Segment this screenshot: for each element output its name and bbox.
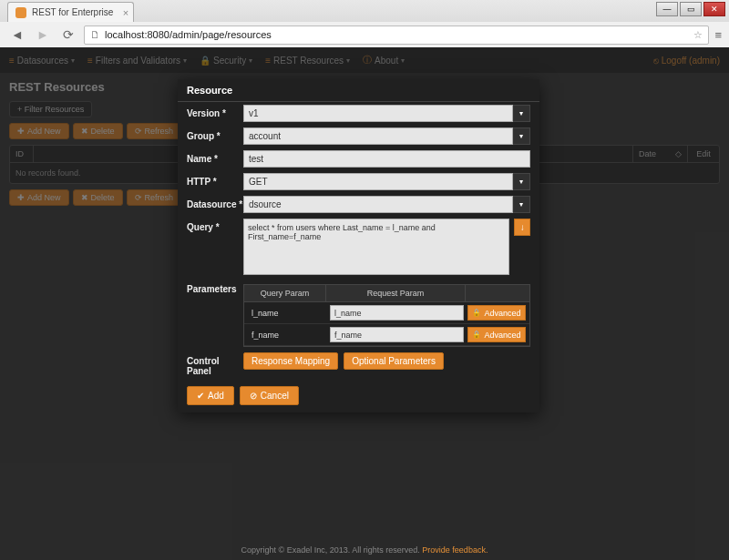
chrome-menu-icon[interactable]: ≡	[714, 28, 722, 42]
parameters-label: Parameters	[187, 280, 243, 294]
dropdown-icon[interactable]: ▾	[513, 127, 530, 145]
cancel-button[interactable]: ⊘Cancel	[240, 386, 299, 405]
forward-icon[interactable]: ►	[33, 25, 53, 45]
datasource-label: Datasource *	[187, 196, 243, 209]
page-footer: Copyright © Exadel Inc, 2013. All rights…	[0, 540, 729, 560]
dropdown-icon[interactable]: ▾	[513, 173, 530, 190]
btn-label: Advanced	[484, 309, 520, 318]
group-label: Group *	[187, 127, 243, 141]
window-minimize-button[interactable]: —	[656, 2, 678, 16]
reload-icon[interactable]: ⟳	[58, 25, 78, 45]
param-row: l_name 🔒Advanced	[244, 302, 529, 324]
address-bar[interactable]: 🗋 localhost:8080/admin/page/resources ☆	[84, 25, 709, 45]
btn-label: Advanced	[484, 331, 520, 340]
param-request-input[interactable]	[330, 305, 464, 321]
feedback-link[interactable]: Provide feedback.	[422, 545, 488, 555]
col-actions	[466, 285, 529, 301]
arrow-down-icon: ↓	[520, 222, 525, 232]
col-query-param: Query Param	[244, 285, 326, 301]
resource-modal: Resource Version * ▾ Group * ▾ Name * HT…	[178, 79, 539, 412]
response-mapping-button[interactable]: Response Mapping	[243, 352, 338, 370]
param-query-name: f_name	[248, 331, 326, 340]
url-text: localhost:8080/admin/page/resources	[105, 29, 272, 40]
btn-label: Add	[208, 391, 224, 401]
ban-icon: ⊘	[250, 391, 257, 401]
name-label: Name *	[187, 150, 243, 164]
window-close-button[interactable]: ✕	[703, 2, 725, 16]
tab-close-icon[interactable]: ×	[123, 7, 128, 18]
name-input[interactable]	[243, 150, 530, 168]
back-icon[interactable]: ◄	[7, 25, 27, 45]
dropdown-icon[interactable]: ▾	[513, 105, 530, 122]
http-label: HTTP *	[187, 173, 243, 187]
add-button[interactable]: ✔Add	[187, 386, 234, 405]
version-select[interactable]	[243, 105, 513, 122]
version-label: Version *	[187, 105, 243, 118]
query-textarea[interactable]	[243, 219, 509, 275]
param-row: f_name 🔒Advanced	[244, 324, 529, 346]
advanced-button[interactable]: 🔒Advanced	[467, 327, 526, 342]
tab-title: REST for Enterprise	[32, 7, 113, 17]
lock-icon: 🔒	[472, 309, 481, 317]
browser-tab[interactable]: REST for Enterprise ×	[7, 2, 134, 22]
window-controls: — ▭ ✕	[656, 2, 725, 16]
run-query-button[interactable]: ↓	[514, 219, 530, 236]
check-icon: ✔	[197, 391, 204, 401]
btn-label: Cancel	[261, 391, 289, 401]
bookmark-icon[interactable]: ☆	[693, 29, 703, 41]
optional-parameters-button[interactable]: Optional Parameters	[344, 352, 444, 370]
col-request-param: Request Param	[326, 285, 466, 301]
query-label: Query *	[187, 219, 243, 232]
advanced-button[interactable]: 🔒Advanced	[467, 305, 526, 321]
page-icon: 🗋	[90, 29, 100, 40]
window-maximize-button[interactable]: ▭	[680, 2, 702, 16]
control-panel-label: Control Panel	[187, 352, 243, 376]
dropdown-icon[interactable]: ▾	[513, 196, 530, 213]
parameters-table: Query Param Request Param l_name 🔒Advanc…	[243, 284, 530, 347]
favicon	[15, 7, 26, 18]
copyright-text: Copyright © Exadel Inc, 2013. All rights…	[241, 545, 420, 555]
param-query-name: l_name	[248, 309, 326, 318]
group-select[interactable]	[243, 127, 513, 145]
modal-title: Resource	[178, 79, 539, 102]
datasource-select[interactable]	[243, 196, 513, 213]
param-request-input[interactable]	[330, 327, 464, 342]
lock-icon: 🔒	[472, 331, 481, 339]
http-select[interactable]	[243, 173, 513, 190]
